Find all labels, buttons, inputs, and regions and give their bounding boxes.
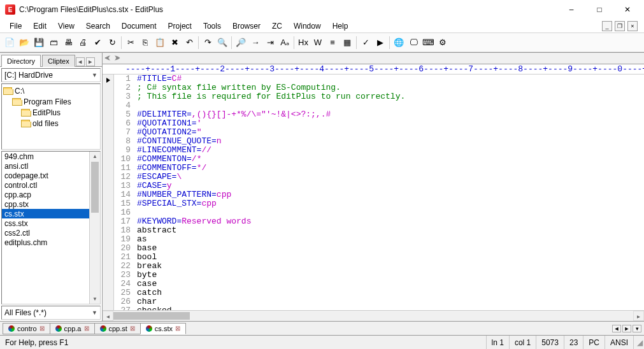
menu-browser[interactable]: Browser <box>227 20 266 32</box>
code-line[interactable]: char <box>137 297 644 306</box>
code-line[interactable]: byte <box>137 271 644 280</box>
find-button[interactable]: 🔍 <box>215 36 229 50</box>
menu-zc[interactable]: ZC <box>266 20 288 32</box>
mdi-restore-button[interactable]: ❐ <box>615 21 625 31</box>
run-button[interactable]: ▶ <box>373 36 387 50</box>
doctab[interactable]: contro⊠ <box>3 323 50 334</box>
marker-right-icon[interactable]: ⮞ <box>113 55 123 62</box>
save-button[interactable]: 💾 <box>32 36 46 50</box>
close-tab-icon[interactable]: ⊠ <box>84 325 89 332</box>
find-replace-button[interactable]: 🔎 <box>234 36 248 50</box>
code-line[interactable]: #QUOTATION1=' <box>137 119 644 128</box>
save-all-button[interactable]: 🗃 <box>47 36 61 50</box>
close-tab-icon[interactable]: ⊠ <box>175 325 180 332</box>
scroll-thumb[interactable] <box>91 162 99 213</box>
code-line[interactable]: bool <box>137 253 644 262</box>
file-list-scrollbar[interactable]: ▲ ▼ <box>89 152 100 304</box>
file-item[interactable]: css.stx <box>2 218 100 228</box>
horizontal-scrollbar[interactable]: ◄ ► <box>103 310 644 321</box>
code-line[interactable]: #TITLE=C# <box>137 75 644 83</box>
file-item[interactable]: control.ctl <box>2 180 100 190</box>
menu-window[interactable]: Window <box>288 20 327 32</box>
scroll-right-icon[interactable]: ► <box>633 311 644 321</box>
undo-button[interactable]: ↶ <box>182 36 196 50</box>
file-list[interactable]: 949.chmansi.ctlcodepage.txtcontrol.ctlcp… <box>1 151 101 304</box>
doctab-right[interactable]: ► <box>622 325 631 332</box>
doctab[interactable]: cpp.st⊠ <box>94 323 141 334</box>
folder-node[interactable]: EditPlus <box>3 107 99 118</box>
check-button[interactable]: ✓ <box>359 36 373 50</box>
sidebar-tab-left[interactable]: ◄ <box>76 57 85 66</box>
minimize-button[interactable]: – <box>557 1 585 18</box>
copy-button[interactable]: ⎘ <box>138 36 152 50</box>
code-text[interactable]: #TITLE=C#; C# syntax file written by ES-… <box>134 75 644 310</box>
print-button[interactable]: 🖶 <box>61 36 75 50</box>
browser-button[interactable]: 🌐 <box>392 36 406 50</box>
new-button[interactable]: 📄 <box>3 36 17 50</box>
code-line[interactable]: #DELIMITER=,(){}[]-+*%/\="'~!&|<>?:;,.# <box>137 110 644 119</box>
folder-node[interactable]: Program Files <box>3 96 99 107</box>
folder-node[interactable]: old files <box>3 118 99 129</box>
tab-directory[interactable]: Directory <box>1 55 41 67</box>
file-item[interactable]: 949.chm <box>2 152 100 161</box>
doctab-menu[interactable]: ▾ <box>633 325 641 332</box>
code-line[interactable]: #QUOTATION2=" <box>137 128 644 137</box>
terminal-button[interactable]: ⌨ <box>421 36 435 50</box>
close-tab-icon[interactable]: ⊠ <box>39 325 45 332</box>
code-line[interactable]: abstract <box>137 226 644 235</box>
font-aa-button[interactable]: Aₐ <box>278 36 292 50</box>
code-line[interactable]: #SPECIAL_STX=cpp <box>137 199 644 208</box>
settings-button[interactable]: ⚙ <box>436 36 450 50</box>
file-item[interactable]: editplus.chm <box>2 238 100 247</box>
code-line[interactable]: #CONTINUE_QUOTE=n <box>137 137 644 146</box>
code-line[interactable]: #NUMBER_PATTERN=cpp <box>137 190 644 199</box>
scroll-down-icon[interactable]: ▼ <box>90 294 100 304</box>
delete-button[interactable]: ✖ <box>168 36 182 50</box>
mdi-minimize-button[interactable]: _ <box>602 21 612 31</box>
file-item[interactable]: css2.ctl <box>2 228 100 238</box>
resize-grip-icon[interactable]: ◢ <box>634 338 644 347</box>
doctab[interactable]: cpp.a⊠ <box>50 323 95 334</box>
word-wrap-button[interactable]: W <box>311 36 325 50</box>
code-line[interactable]: #LINECOMMENT=// <box>137 146 644 155</box>
menu-edit[interactable]: Edit <box>27 20 52 32</box>
doctab-left[interactable]: ◄ <box>612 325 621 332</box>
file-item[interactable]: cpp.acp <box>2 190 100 199</box>
menu-tools[interactable]: Tools <box>197 20 227 32</box>
preview-button[interactable]: 🖵 <box>406 36 420 50</box>
cut-button[interactable]: ✂ <box>124 36 138 50</box>
code-line[interactable]: as <box>137 235 644 244</box>
scroll-left-icon[interactable]: ◄ <box>103 311 113 321</box>
next-button[interactable]: ⇥ <box>263 36 277 50</box>
code-line[interactable]: ; This file is required for EditPlus to … <box>137 92 644 101</box>
code-line[interactable]: break <box>137 262 644 271</box>
redo-button[interactable]: ↷ <box>201 36 215 50</box>
sidebar-tab-right[interactable]: ► <box>86 57 95 66</box>
code-line[interactable]: base <box>137 244 644 253</box>
marker-left-icon[interactable]: ⮜ <box>103 55 113 62</box>
folder-tree[interactable]: C:\Program FilesEditPlusold files <box>1 83 101 150</box>
redo-dropdown-button[interactable]: ↻ <box>105 36 119 50</box>
spell-button[interactable]: ✔ <box>90 36 104 50</box>
open-button[interactable]: 📂 <box>17 36 31 50</box>
code-line[interactable]: #COMMENTOFF=*/ <box>137 164 644 173</box>
maximize-button[interactable]: □ <box>585 1 613 18</box>
scroll-thumb[interactable] <box>113 312 190 320</box>
code-line[interactable] <box>137 208 644 217</box>
code-area[interactable]: 1234567891011121314151617181920212223242… <box>103 75 644 310</box>
file-filter-selector[interactable]: All Files (*.*) ▼ <box>1 306 101 320</box>
menu-file[interactable]: File <box>4 20 27 32</box>
code-line[interactable]: #ESCAPE=\ <box>137 173 644 182</box>
close-button[interactable]: ✕ <box>613 1 641 18</box>
file-item[interactable]: codepage.txt <box>2 171 100 180</box>
menu-search[interactable]: Search <box>80 20 116 32</box>
code-line[interactable]: #KEYWORD=Reserved words <box>137 217 644 226</box>
tab-cliptext[interactable]: Cliptex <box>42 55 75 67</box>
column-button[interactable]: ▦ <box>340 36 354 50</box>
hex-button[interactable]: Hx <box>296 36 310 50</box>
close-tab-icon[interactable]: ⊠ <box>130 325 135 332</box>
file-item[interactable]: cs.stx <box>2 209 100 218</box>
mdi-close-button[interactable]: × <box>627 21 638 31</box>
scroll-up-icon[interactable]: ▲ <box>90 152 100 161</box>
goto-button[interactable]: → <box>248 36 262 50</box>
